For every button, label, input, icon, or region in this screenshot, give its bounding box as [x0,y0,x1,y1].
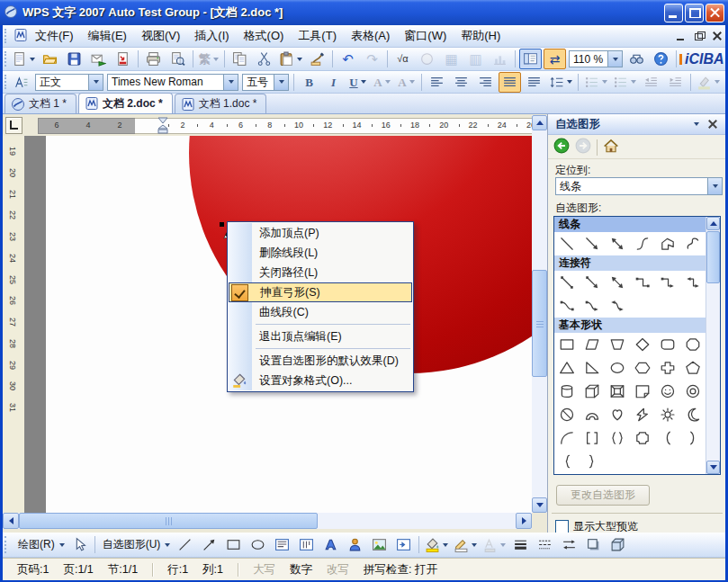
vertical-scroll-thumb[interactable] [532,270,547,377]
styles-button[interactable] [10,72,32,93]
arrow-style-button[interactable] [558,534,580,555]
line-shape-item[interactable] [554,232,580,255]
close-button[interactable] [706,4,724,22]
exit-vertex-edit-item[interactable]: 退出顶点编辑(E) [229,327,412,346]
indent-marker[interactable] [157,116,169,134]
home-icon[interactable] [603,138,619,157]
set-autoshape-default-item[interactable]: 设置自选图形的默认效果(D) [229,351,412,371]
underline-button-dropdown-icon[interactable] [361,80,366,84]
vertical-textbox-tool-button[interactable] [295,534,318,555]
curved-arrow-connector-shape-item[interactable] [580,294,605,318]
paste-button-dropdown-icon[interactable] [297,58,302,61]
save-button[interactable] [63,49,85,69]
trapezoid-shape-item[interactable] [605,333,630,356]
copy-button[interactable] [229,49,251,69]
align-right-button[interactable] [474,72,497,93]
close-path-item[interactable]: 关闭路径(L) [229,263,412,282]
delete-segment-item[interactable]: 删除线段(L) [229,243,412,263]
align-center-button[interactable] [450,72,472,93]
freeform-shape-item[interactable] [655,232,680,255]
fill-color-button[interactable] [423,534,450,555]
line-spacing-button[interactable] [547,72,574,93]
tab-document-1[interactable]: 文档 1 * [4,94,76,113]
curved-segment-item[interactable]: 曲线段(C) [229,302,412,322]
distribute-button[interactable] [523,72,545,93]
menu-tools[interactable]: 工具(T) [291,25,344,47]
curved-connector-shape-item[interactable] [554,294,580,318]
export-pdf-button[interactable] [112,49,134,69]
shadow-style-button[interactable] [582,534,605,555]
status-overtype[interactable]: 改写 [327,562,349,578]
pentagon-shape-item[interactable] [680,356,706,380]
can-shape-item[interactable] [554,380,580,403]
find-button[interactable] [625,49,648,69]
formatting-marks-button[interactable]: ⇄ [544,49,566,69]
zoom-combo-dropdown-icon[interactable] [607,51,622,67]
curve-shape-item[interactable] [630,232,655,255]
isosceles-triangle-shape-item[interactable] [554,356,580,380]
style-combo-dropdown-icon[interactable] [88,75,103,90]
right-triangle-shape-item[interactable] [580,356,605,380]
document-map-button[interactable] [519,49,542,69]
donut-shape-item[interactable] [680,380,706,403]
shape-section-header[interactable]: 线条 [554,217,706,232]
moon-shape-item[interactable] [680,403,706,426]
menu-window[interactable]: 窗口(W) [397,25,454,47]
no-symbol-shape-item[interactable] [554,403,580,426]
dash-style-button[interactable] [534,534,556,555]
line-spacing-button-dropdown-icon[interactable] [567,80,572,84]
curved-double-arrow-connector-shape-item[interactable] [605,294,630,318]
style-combo[interactable]: 正文 [35,74,103,91]
line-color-button[interactable] [452,534,479,555]
arc-shape-item[interactable] [554,426,580,450]
arrow-tool-button[interactable] [198,534,220,555]
parallelogram-shape-item[interactable] [580,333,605,356]
minimize-button[interactable] [664,4,683,22]
right-bracket-shape-item[interactable] [680,426,706,450]
right-brace-shape-item[interactable] [580,450,605,473]
menu-table[interactable]: 表格(A) [344,25,397,47]
font-color-button[interactable] [724,72,728,93]
text-frame-button[interactable] [392,534,415,555]
tab-document-1-doc[interactable]: 文档 1.doc * [175,94,267,113]
underline-button[interactable]: U [346,72,369,93]
toolbar-grip[interactable] [4,75,6,90]
straighten-arc-item[interactable]: 抻直弓形(S) [229,282,412,302]
elbow-double-arrow-connector-shape-item[interactable] [680,271,706,294]
italic-button[interactable]: I [322,72,345,93]
threed-style-button[interactable] [607,534,629,555]
help-button[interactable] [650,49,672,69]
insert-picture-button[interactable] [368,534,391,555]
double-bracket-shape-item[interactable] [580,426,605,450]
rectangle-tool-button[interactable] [222,534,245,555]
octagon-shape-item[interactable] [680,333,706,356]
format-object-item[interactable]: 设置对象格式(O)... [229,371,412,390]
cross-shape-item[interactable] [655,356,680,380]
rounded-rectangle-shape-item[interactable] [655,333,680,356]
shape-section-header[interactable]: 连接符 [554,255,706,271]
bold-button[interactable]: B [298,72,320,93]
elbow-arrow-connector-shape-item[interactable] [655,271,680,294]
double-arrow-shape-item[interactable] [605,232,630,255]
menu-help[interactable]: 帮助(H) [454,25,508,47]
arrow-shape-item[interactable] [580,232,605,255]
status-caps-lock[interactable]: 大写 [253,562,275,578]
document-page[interactable]: 添加顶点(P)删除线段(L)关闭路径(L)抻直弓形(S)曲线段(C)退出顶点编辑… [24,136,532,513]
scroll-up-button[interactable] [706,217,720,230]
add-vertex-item[interactable]: 添加顶点(P) [229,223,412,243]
scroll-up-button[interactable] [532,115,547,130]
clipart-button[interactable] [344,534,366,555]
folded-corner-shape-item[interactable] [630,380,655,403]
diamond-shape-item[interactable] [630,333,655,356]
new-document-button-dropdown-icon[interactable] [30,58,35,61]
mdi-restore-button[interactable] [692,30,707,43]
straight-connector-shape-item[interactable] [554,271,580,294]
textbox-tool-button[interactable] [271,534,293,555]
menu-view[interactable]: 视图(V) [134,25,187,47]
task-pane-menu-arrow-icon[interactable] [694,122,699,126]
line-color-button-dropdown-icon[interactable] [472,543,477,547]
elbow-connector-shape-item[interactable] [630,271,655,294]
mdi-close-button[interactable] [710,30,725,43]
new-document-button[interactable] [10,49,37,69]
sun-shape-item[interactable] [655,403,680,426]
